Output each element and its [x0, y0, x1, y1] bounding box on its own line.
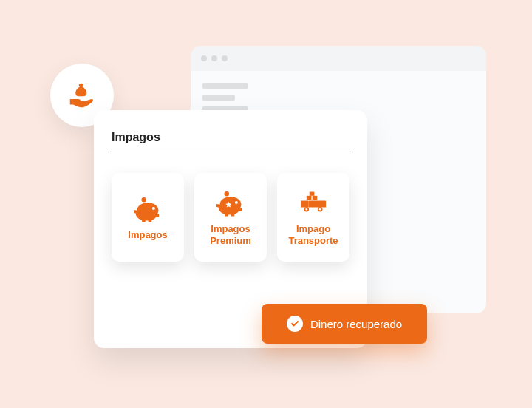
svg-rect-6 [313, 196, 318, 200]
window-dot-icon [222, 55, 228, 61]
card-title: Impagos [112, 131, 349, 152]
tile-impago-transporte[interactable]: Impago Transporte [277, 173, 349, 262]
check-circle-icon [287, 316, 303, 332]
placeholder-line [202, 95, 235, 101]
window-dot-icon [201, 55, 207, 61]
piggy-bank-icon [132, 194, 163, 223]
svg-point-1 [152, 207, 155, 210]
svg-point-12 [319, 208, 321, 211]
tiles-row: Impagos Impagos Premium [112, 173, 349, 262]
svg-rect-8 [308, 201, 326, 208]
tile-impagos[interactable]: Impagos [112, 173, 184, 262]
placeholder-line [202, 83, 248, 89]
badge-label: Dinero recuperado [310, 318, 402, 330]
svg-rect-7 [301, 201, 309, 208]
svg-point-2 [224, 191, 229, 197]
svg-point-3 [235, 201, 238, 204]
window-titlebar [191, 46, 486, 71]
tile-label: Impagos Premium [200, 223, 261, 246]
svg-rect-5 [307, 196, 312, 200]
truck-icon [298, 188, 329, 217]
tile-label: Impago Transporte [283, 223, 344, 246]
window-dot-icon [211, 55, 217, 61]
svg-point-11 [306, 208, 308, 211]
dinero-recuperado-badge[interactable]: Dinero recuperado [262, 304, 427, 344]
svg-rect-4 [310, 192, 315, 196]
tile-impagos-premium[interactable]: Impagos Premium [194, 173, 267, 262]
svg-point-0 [141, 197, 146, 203]
tile-label: Impagos [128, 229, 167, 241]
piggy-bank-star-icon [215, 188, 246, 217]
